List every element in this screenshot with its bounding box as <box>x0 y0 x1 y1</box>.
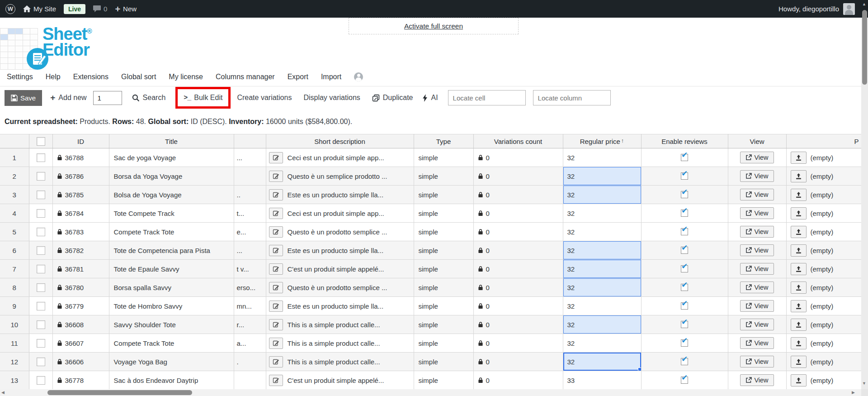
row-select-checkbox[interactable] <box>37 172 45 181</box>
locate-cell-input[interactable] <box>448 90 526 105</box>
view-button[interactable]: View <box>740 244 774 256</box>
row-header[interactable]: 10 <box>0 315 29 334</box>
view-button[interactable]: View <box>740 337 774 349</box>
type-cell[interactable]: simple <box>414 278 473 297</box>
regular-price-cell[interactable]: 32 <box>563 315 641 334</box>
id-cell[interactable]: 36784 <box>52 204 109 223</box>
upload-image-button[interactable] <box>791 300 807 312</box>
add-new-quantity-input[interactable] <box>93 91 122 105</box>
enable-reviews-cell[interactable]: ✔ <box>641 204 728 223</box>
upload-image-button[interactable] <box>791 337 807 349</box>
upload-image-button[interactable] <box>791 374 807 386</box>
add-new-button[interactable]: + Add new <box>50 93 86 103</box>
id-cell[interactable]: 36788 <box>52 148 109 167</box>
image-cell[interactable]: (empty) <box>786 297 861 315</box>
view-button[interactable]: View <box>740 189 774 200</box>
upload-image-button[interactable] <box>791 263 807 275</box>
image-cell[interactable]: (empty) <box>786 371 861 390</box>
type-cell[interactable]: simple <box>414 204 473 223</box>
row-select-checkbox[interactable] <box>37 339 45 348</box>
display-variations-button[interactable]: Display variations <box>303 94 360 102</box>
variations-count-cell[interactable]: 0 <box>473 353 563 371</box>
title-cell[interactable]: Borsa da Yoga Voyage <box>109 167 234 186</box>
title-cell[interactable]: Sac de yoga Voyage <box>109 148 234 167</box>
image-cell[interactable]: (empty) <box>786 167 861 186</box>
clipped-column-cell[interactable]: t v... <box>234 260 266 278</box>
id-cell[interactable]: 36786 <box>52 167 109 186</box>
regular-price-cell[interactable]: 32 <box>563 186 641 204</box>
column-header[interactable] <box>234 134 266 148</box>
variations-count-cell[interactable]: 0 <box>473 241 563 260</box>
view-button[interactable]: View <box>740 300 774 312</box>
column-header[interactable]: Regular price↑ <box>563 134 641 148</box>
short-description-cell[interactable]: Ceci est un produit simple app... <box>266 148 414 167</box>
variations-count-cell[interactable]: 0 <box>473 278 563 297</box>
edit-description-button[interactable] <box>269 375 283 386</box>
type-cell[interactable]: simple <box>414 167 473 186</box>
enable-reviews-checkbox[interactable]: ✔ <box>681 284 688 291</box>
image-cell[interactable]: (empty) <box>786 278 861 297</box>
clipped-column-cell[interactable]: a... <box>234 334 266 353</box>
column-header[interactable]: Title <box>109 134 234 148</box>
locate-column-input[interactable] <box>533 90 611 105</box>
row-header[interactable]: 13 <box>0 371 29 390</box>
edit-description-button[interactable] <box>269 301 283 312</box>
edit-description-button[interactable] <box>269 152 283 163</box>
row-select-checkbox[interactable] <box>37 376 45 385</box>
row-header[interactable]: 5 <box>0 223 29 241</box>
regular-price-cell[interactable]: 32 <box>563 260 641 278</box>
upload-image-button[interactable] <box>791 319 807 331</box>
duplicate-button[interactable]: Duplicate <box>372 94 413 102</box>
vertical-scrollbar[interactable]: ▲ ▼ <box>861 0 868 389</box>
short-description-cell[interactable]: This is a simple product calle... <box>266 353 414 371</box>
menu-help[interactable]: Help <box>46 73 61 81</box>
type-cell[interactable]: simple <box>414 148 473 167</box>
title-cell[interactable]: Bolsa de Yoga Voyage <box>109 186 234 204</box>
enable-reviews-cell[interactable]: ✔ <box>641 371 728 390</box>
type-cell[interactable]: simple <box>414 334 473 353</box>
row-select-checkbox[interactable] <box>37 283 45 292</box>
enable-reviews-checkbox[interactable]: ✔ <box>681 321 688 328</box>
edit-description-button[interactable] <box>269 208 283 219</box>
row-header[interactable]: 11 <box>0 334 29 353</box>
menu-my-license[interactable]: My license <box>169 73 203 81</box>
ai-button[interactable]: AI <box>423 94 438 102</box>
upload-image-button[interactable] <box>791 170 807 182</box>
type-cell[interactable]: simple <box>414 223 473 241</box>
type-cell[interactable]: simple <box>414 260 473 278</box>
enable-reviews-cell[interactable]: ✔ <box>641 186 728 204</box>
clipped-column-cell[interactable]: ... <box>234 241 266 260</box>
regular-price-cell[interactable]: 32 <box>563 241 641 260</box>
edit-description-button[interactable] <box>269 245 283 256</box>
variations-count-cell[interactable]: 0 <box>473 148 563 167</box>
view-button[interactable]: View <box>740 374 774 386</box>
view-button[interactable]: View <box>740 356 774 367</box>
row-header[interactable]: 7 <box>0 260 29 278</box>
id-cell[interactable]: 36785 <box>52 186 109 204</box>
upload-image-button[interactable] <box>791 189 807 201</box>
short-description-cell[interactable]: This is a simple product calle... <box>266 334 414 353</box>
column-header[interactable] <box>0 134 29 148</box>
variations-count-cell[interactable]: 0 <box>473 260 563 278</box>
id-cell[interactable]: 36782 <box>52 241 109 260</box>
short-description-cell[interactable]: Este es un producto simple lla... <box>266 241 414 260</box>
edit-description-button[interactable] <box>269 356 283 367</box>
enable-reviews-checkbox[interactable]: ✔ <box>681 172 688 180</box>
enable-reviews-cell[interactable]: ✔ <box>641 167 728 186</box>
activate-fullscreen-link[interactable]: Activate full screen <box>404 22 463 30</box>
enable-reviews-checkbox[interactable]: ✔ <box>681 377 688 384</box>
row-select-checkbox[interactable] <box>37 265 45 273</box>
menu-global-sort[interactable]: Global sort <box>121 73 156 81</box>
bulk-edit-button[interactable]: >_ Bulk Edit <box>184 94 222 102</box>
type-cell[interactable]: simple <box>414 315 473 334</box>
view-button[interactable]: View <box>740 263 774 275</box>
image-cell[interactable]: (empty) <box>786 186 861 204</box>
enable-reviews-checkbox[interactable]: ✔ <box>681 358 688 365</box>
title-cell[interactable]: Compete Track Tote <box>109 223 234 241</box>
edit-description-button[interactable] <box>269 263 283 275</box>
select-all-checkbox[interactable] <box>37 137 45 146</box>
row-select-checkbox[interactable] <box>37 191 45 199</box>
image-cell[interactable]: (empty) <box>786 315 861 334</box>
image-cell[interactable]: (empty) <box>786 241 861 260</box>
id-cell[interactable]: 36783 <box>52 223 109 241</box>
